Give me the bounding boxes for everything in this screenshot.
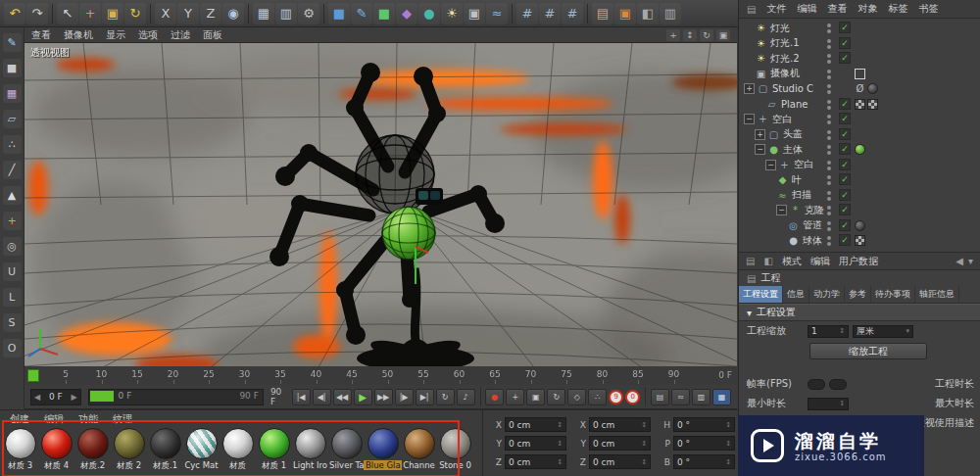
coordinate-system-icon[interactable]: ◉ [222,3,244,24]
workplane-icon[interactable]: # [539,3,561,24]
stepper-icon[interactable]: ↕ [641,440,647,448]
z-axis-lock-icon[interactable]: Z [200,3,221,24]
tree-row-球体[interactable]: ●球体✓ [739,233,980,249]
fps-pill[interactable] [808,379,825,390]
coord-value-field[interactable]: 0 °↕ [673,454,735,469]
no-render-tag-icon[interactable]: Ø [855,83,865,94]
key-position-button[interactable]: + [506,389,524,405]
tab-参考[interactable]: 参考 [845,286,871,303]
tree-row-扫描[interactable]: ≈扫描✓ [739,188,980,204]
visibility-dots[interactable] [827,100,831,110]
object-manager-menu-4[interactable]: 标签 [888,2,907,16]
y-axis-lock-icon[interactable]: Y [177,3,199,24]
current-frame-field[interactable]: ◀ 0 F ▶ [30,389,81,405]
visibility-dots[interactable] [827,191,831,201]
object-manager-menu-5[interactable]: 书签 [918,2,938,16]
play-button[interactable]: ▶ [354,389,372,405]
object-manager-menu-3[interactable]: 对象 [858,2,877,16]
snap-settings-icon[interactable]: # [516,3,538,24]
add-light-icon[interactable]: ☀ [441,3,463,24]
enabled-check-icon[interactable]: ✓ [839,173,851,185]
enabled-check-icon[interactable]: ✓ [839,113,851,124]
add-environment-icon[interactable]: ≈ [486,3,508,24]
material-sphere[interactable] [5,428,36,459]
visibility-dots[interactable] [827,206,831,215]
tree-row-空白[interactable]: −+空白✓ [739,158,980,173]
tree-row-灯光.1[interactable]: ☀灯光.1✓ [739,36,980,52]
stepper-icon[interactable]: ↕ [839,327,845,335]
key-parameter-button[interactable]: ◇ [567,389,586,405]
visibility-dots[interactable] [827,145,831,155]
project-settings-section[interactable]: ▾ 工程设置 [739,304,980,321]
project-scale-field[interactable]: 1 ↕ [808,325,849,338]
coord-value-field[interactable]: 0 cm↕ [505,436,566,451]
enabled-check-icon[interactable]: ✓ [839,98,851,110]
visibility-dots[interactable] [827,24,831,33]
enabled-check-icon[interactable]: ✓ [839,22,851,33]
section-collapse-icon[interactable]: ▾ [747,308,752,318]
viewport-menu-4[interactable]: 过滤 [171,28,190,42]
tab-信息[interactable]: 信息 [783,286,809,303]
snap-toggle-icon[interactable]: U [3,262,22,281]
tree-row-灯光[interactable]: ☀灯光✓ [739,21,980,36]
record-button[interactable]: ● [485,389,504,405]
tree-row-灯光.2[interactable]: ☀灯光.2✓ [739,51,980,67]
content-browser-icon[interactable]: ▤ [592,3,613,24]
tree-row-摄像机[interactable]: ▣摄像机 [739,67,980,82]
material-tile[interactable]: 材质.2 [75,428,110,472]
render-settings-icon[interactable]: ⚙ [298,3,319,24]
material-sphere[interactable] [150,428,181,459]
visibility-dots[interactable] [827,70,831,79]
material-sphere[interactable] [41,428,73,459]
tab-待办事项[interactable]: 待办事项 [871,286,915,303]
enabled-check-icon[interactable]: ✓ [839,37,851,49]
object-manager-menu-2[interactable]: 查看 [827,2,847,16]
points-mode-icon[interactable]: ∴ [3,135,22,154]
timeline-window-button[interactable]: ▤ [651,389,669,405]
material-tile[interactable]: 材质 3 [3,428,37,472]
viewport-menu-2[interactable]: 显示 [106,28,125,42]
checker-tag-icon[interactable] [867,99,878,110]
select-tool-icon[interactable]: ↖ [57,3,78,24]
timeline-slider[interactable]: 0 F 90 F [88,389,264,405]
coord-value-field[interactable]: 0 cm↕ [505,417,566,432]
visibility-dots[interactable] [827,175,831,185]
material-tile[interactable]: 材质 1 [257,428,291,472]
material-sphere[interactable] [404,428,435,459]
coord-value-field[interactable]: 0 cm↕ [589,417,651,432]
stepper-icon[interactable]: ↕ [725,440,731,448]
green-tag-icon[interactable] [855,144,865,155]
render-queue-button[interactable]: ▦ [712,389,731,405]
visibility-dots[interactable] [827,221,831,231]
coord-value-field[interactable]: 0 cm↕ [589,436,651,451]
timeline-playhead[interactable] [27,369,39,382]
enabled-check-icon[interactable]: ✓ [839,52,851,64]
enable-axis-icon[interactable]: + [3,212,22,230]
redo-icon[interactable]: ↷ [26,3,48,24]
mode-menu-2[interactable]: 用户数据 [839,255,878,268]
scale-project-button[interactable]: 缩放工程 [809,343,927,359]
tree-row-叶[interactable]: ◆叶✓ [739,172,980,188]
history-back-icon[interactable]: ◀ [956,256,963,266]
enabled-check-icon[interactable]: ✓ [839,204,851,215]
enabled-check-icon[interactable]: ✓ [839,219,851,231]
coord-value-field[interactable]: 0 cm↕ [589,454,651,469]
window-icon[interactable]: ▥ [660,3,681,24]
pan-view-icon[interactable]: + [666,29,680,41]
dark-tag-icon[interactable] [867,83,878,94]
autokey-button[interactable]: 9 [609,390,623,405]
prev-key-button[interactable]: ◀| [313,389,331,405]
add-mograph-icon[interactable]: ● [418,3,440,24]
tree-row-Studio C[interactable]: +▢Studio CØ [739,81,980,97]
tab-动力学[interactable]: 动力学 [809,286,845,303]
material-tile[interactable]: 材质 [220,428,255,472]
coord-value-field[interactable]: 0 °↕ [673,436,735,451]
mode-menu-1[interactable]: 编辑 [810,255,830,268]
visibility-dots[interactable] [827,130,831,140]
add-camera-icon[interactable]: ▣ [464,3,485,24]
material-sphere[interactable] [186,428,218,459]
material-sphere[interactable] [222,428,254,459]
fcurve-button[interactable]: ≈ [671,389,690,405]
render-picture-viewer-icon[interactable]: ▥ [275,3,297,24]
simulate-icon[interactable]: S [3,313,22,332]
